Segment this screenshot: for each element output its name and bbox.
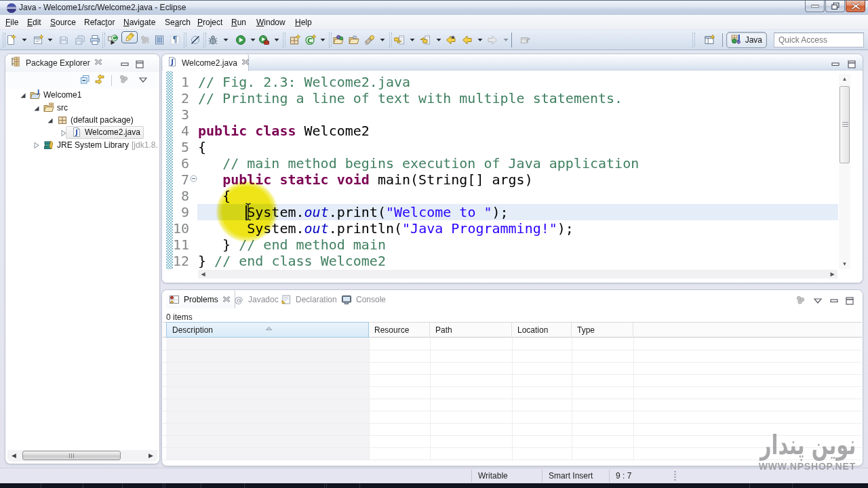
collapsed-twistie-icon[interactable] — [33, 141, 39, 149]
editor-hscrollbar[interactable]: ◀ ▶ — [198, 270, 837, 279]
skip-breakpoints-button[interactable] — [190, 34, 201, 46]
package-explorer-tab[interactable]: Package Explorer — [5, 54, 108, 72]
link-with-editor-button[interactable] — [92, 73, 107, 89]
menu-refactor[interactable]: Refactor — [79, 15, 119, 30]
new-wizard-button[interactable] — [5, 34, 16, 46]
menu-source[interactable]: Source — [45, 15, 81, 30]
expanded-twistie-icon[interactable] — [19, 91, 26, 99]
run-button[interactable] — [235, 34, 246, 46]
focus-on-task-button[interactable] — [116, 73, 131, 89]
menu-file[interactable]: File — [1, 15, 23, 30]
previous-annotation-button[interactable] — [420, 34, 431, 46]
build-all-button[interactable] — [107, 34, 118, 46]
scroll-left-icon[interactable]: ◀ — [199, 270, 208, 279]
menu-run[interactable]: Run — [226, 15, 251, 30]
scroll-down-icon[interactable]: ▼ — [840, 259, 850, 269]
show-whitespace-button[interactable]: ¶ — [170, 34, 180, 46]
search-flashlight-dropdown-icon[interactable] — [379, 34, 386, 46]
open-type-button[interactable] — [333, 34, 344, 46]
minimize-editor-icon[interactable] — [831, 59, 840, 71]
tab-console[interactable]: Console — [338, 290, 389, 308]
column-header-path[interactable]: Path — [430, 323, 512, 338]
back-button[interactable] — [462, 34, 473, 46]
new-wizard-dropdown-icon[interactable] — [21, 34, 28, 46]
debug-button[interactable] — [208, 34, 218, 46]
view-menu-button[interactable] — [813, 296, 823, 308]
menu-edit[interactable]: Edit — [22, 15, 46, 30]
open-task-button[interactable] — [349, 34, 359, 46]
show-source-button[interactable] — [154, 34, 165, 46]
new-class-dropdown-icon[interactable] — [319, 34, 326, 46]
new-package-button[interactable] — [290, 34, 300, 46]
menu-navigate[interactable]: Navigate — [119, 15, 160, 30]
menu-help[interactable]: Help — [290, 15, 317, 30]
scroll-right-icon[interactable]: ▶ — [146, 451, 155, 460]
close-view-icon[interactable] — [95, 57, 102, 69]
view-menu-button[interactable] — [136, 73, 150, 88]
external-tools-dropdown-icon[interactable] — [273, 34, 280, 46]
scroll-right-icon[interactable]: ▶ — [828, 270, 837, 279]
quick-access-input[interactable] — [774, 33, 864, 47]
maximize-view-icon[interactable] — [136, 59, 144, 71]
open-perspective-button[interactable] — [700, 32, 719, 48]
menu-window[interactable]: Window — [252, 15, 290, 30]
vscroll-thumb[interactable] — [840, 86, 850, 163]
last-edit-location-button[interactable] — [446, 34, 456, 46]
tree-item-src[interactable]: src — [5, 102, 158, 115]
next-annotation-dropdown-icon[interactable] — [409, 34, 416, 46]
column-header-description[interactable]: Description — [166, 322, 369, 338]
editor-tab-welcome2[interactable]: J Welcome2.java — [163, 54, 249, 71]
new-class-button[interactable]: C — [305, 34, 316, 46]
annotations-disabled-button[interactable] — [140, 34, 151, 46]
forward-dropdown-icon[interactable] — [502, 34, 509, 46]
scroll-up-icon[interactable]: ▲ — [840, 74, 850, 84]
tree-item-jre-system-library[interactable]: JRE System Library [jdk1.8.0 — [5, 139, 158, 152]
fold-collapse-icon[interactable] — [190, 173, 197, 185]
editor-body[interactable]: 123456789101112 // Fig. 2.3: Welcome2.ja… — [162, 70, 863, 283]
previous-annotation-dropdown-icon[interactable] — [435, 34, 442, 46]
back-dropdown-icon[interactable] — [477, 34, 484, 46]
next-annotation-button[interactable] — [394, 34, 405, 46]
editor-vscrollbar[interactable]: ▲ ▼ — [839, 74, 850, 269]
tree-item-welcome1[interactable]: JWelcome1 — [5, 89, 158, 102]
tree-item-welcome2.java[interactable]: JWelcome2.java — [5, 127, 158, 140]
pin-editor-button[interactable] — [519, 34, 530, 46]
save-all-button[interactable] — [75, 34, 85, 46]
new-project-dropdown-icon[interactable] — [47, 34, 54, 46]
expanded-twistie-icon[interactable] — [33, 104, 39, 112]
search-flashlight-button[interactable] — [364, 34, 375, 46]
tab-problems[interactable]: Problems — [166, 290, 235, 308]
code-area[interactable]: // Fig. 2.3: Welcome2.java// Printing a … — [198, 74, 838, 269]
restore-button[interactable] — [825, 1, 845, 12]
menu-search[interactable]: Search — [160, 15, 195, 30]
collapse-all-button[interactable] — [77, 73, 92, 89]
close-editor-icon[interactable] — [242, 57, 250, 69]
close-view-icon[interactable] — [223, 295, 231, 304]
focus-on-task-button[interactable] — [795, 295, 806, 308]
minimize-view-icon[interactable] — [121, 59, 129, 71]
print-button[interactable] — [90, 34, 100, 46]
column-header-resource[interactable]: Resource — [369, 323, 430, 338]
new-project-button[interactable] — [33, 34, 43, 46]
minimize-view-icon[interactable] — [830, 296, 838, 308]
menu-project[interactable]: Project — [193, 15, 227, 30]
mark-occurrences-button[interactable] — [121, 31, 138, 43]
hscroll-thumb[interactable] — [22, 451, 121, 460]
run-dropdown-icon[interactable] — [250, 34, 256, 46]
debug-dropdown-icon[interactable] — [222, 34, 229, 46]
minimize-button[interactable] — [805, 1, 825, 12]
close-button[interactable] — [846, 1, 865, 12]
tab-javadoc[interactable]: @Javadoc — [231, 290, 281, 308]
forward-button[interactable] — [487, 34, 498, 46]
external-tools-button[interactable] — [258, 34, 269, 46]
tab-declaration[interactable]: Declaration — [278, 290, 340, 308]
column-header-location[interactable]: Location — [512, 323, 572, 338]
package-explorer-hscrollbar[interactable]: ◀ ▶ — [7, 450, 157, 462]
save-button[interactable] — [58, 34, 69, 46]
maximize-editor-icon[interactable] — [848, 59, 856, 71]
java-perspective-button[interactable]: J Java — [726, 32, 767, 48]
expanded-twistie-icon[interactable] — [46, 116, 53, 124]
tree-item--default-package-[interactable]: (default package) — [5, 114, 158, 127]
maximize-view-icon[interactable] — [846, 296, 854, 308]
column-header-type[interactable]: Type — [572, 323, 633, 338]
